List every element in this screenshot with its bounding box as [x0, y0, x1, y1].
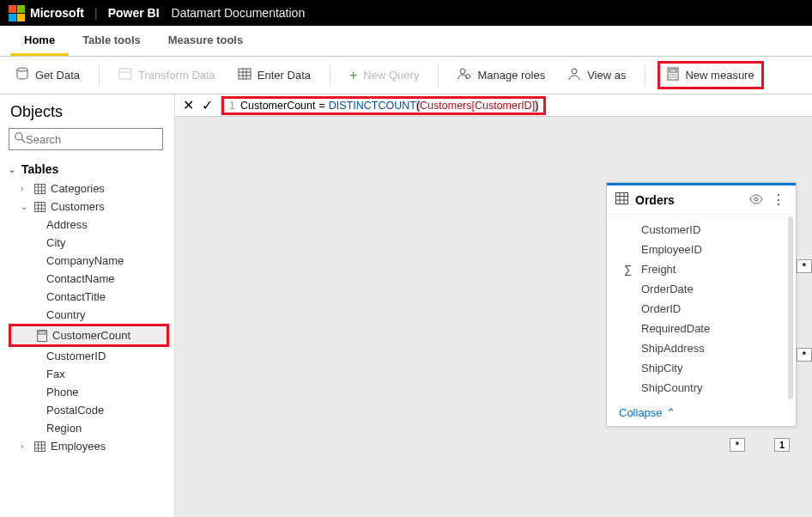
new-query-button: + New Query	[342, 64, 426, 88]
svg-rect-38	[616, 192, 628, 204]
search-input[interactable]	[26, 133, 157, 146]
svg-point-16	[670, 76, 672, 78]
chevron-right-icon: ›	[21, 184, 29, 193]
svg-point-19	[15, 133, 22, 140]
table-name: Customers	[51, 200, 105, 213]
column-companyname[interactable]: CompanyName	[9, 252, 169, 270]
column-fax[interactable]: Fax	[9, 365, 169, 383]
card-title: Orders	[635, 193, 742, 207]
table-icon	[34, 184, 45, 194]
document-title: Datamart Documentation	[172, 6, 306, 20]
transform-icon	[118, 67, 132, 83]
svg-rect-21	[35, 184, 45, 193]
tab-home[interactable]: Home	[10, 26, 69, 56]
field-requireddate[interactable]: RequiredDate	[607, 319, 796, 338]
field-freight[interactable]: Freight	[607, 259, 796, 279]
column-country[interactable]: Country	[9, 306, 169, 324]
search-box[interactable]	[9, 128, 163, 150]
table-customers[interactable]: ⌄ Customers	[9, 198, 169, 216]
search-icon	[15, 131, 26, 147]
relation-one-marker: 1	[774, 438, 790, 452]
column-postalcode[interactable]: PostalCode	[9, 401, 169, 419]
table-icon	[34, 202, 45, 212]
enter-data-label: Enter Data	[258, 69, 311, 82]
view-as-button[interactable]: View as	[561, 63, 633, 88]
microsoft-logo-icon	[9, 5, 25, 21]
plus-icon: +	[349, 68, 357, 83]
collapse-button[interactable]: Collapse ⌃	[607, 401, 796, 426]
enter-data-button[interactable]: Enter Data	[231, 63, 318, 88]
svg-point-15	[676, 74, 677, 76]
formula-actions: ✕ ✓	[175, 94, 221, 116]
relation-many-marker: *	[730, 438, 745, 452]
app-header: Microsoft | Power BI Datamart Documentat…	[0, 0, 812, 26]
svg-point-10	[572, 69, 577, 74]
orders-table-card[interactable]: Orders ⋮ CustomerID EmployeeID Freight O…	[606, 182, 797, 427]
tab-table-tools[interactable]: Table tools	[69, 26, 155, 56]
svg-rect-32	[39, 331, 45, 334]
table-employees[interactable]: › Employees	[9, 437, 169, 455]
field-shipaddress[interactable]: ShipAddress	[607, 338, 796, 358]
column-phone[interactable]: Phone	[9, 383, 169, 401]
transform-data-label: Transform Data	[138, 69, 215, 82]
measure-label: CustomerCount	[52, 329, 130, 342]
chevron-up-icon: ⌃	[666, 406, 676, 419]
formula-close-paren: )	[535, 100, 538, 112]
calculator-icon	[37, 330, 47, 342]
svg-rect-33	[35, 441, 45, 451]
more-options-icon[interactable]: ⋮	[770, 192, 787, 208]
svg-rect-12	[670, 70, 676, 72]
formula-content: 1 CustomerCount = DISTINCTCOUNT ( Custom…	[221, 96, 546, 115]
field-customerid[interactable]: CustomerID	[607, 220, 796, 240]
app-name-label: Power BI	[108, 6, 160, 20]
field-shipcity[interactable]: ShipCity	[607, 358, 796, 378]
svg-point-0	[17, 68, 27, 71]
brand-label: Microsoft	[30, 6, 84, 20]
svg-point-18	[676, 76, 677, 78]
manage-roles-button[interactable]: Manage roles	[451, 63, 552, 88]
objects-sidebar: Objects ⌄ Tables › Categories ⌄ Customer…	[0, 94, 175, 517]
visibility-icon[interactable]	[749, 192, 763, 208]
card-scrollbar[interactable]	[788, 216, 793, 399]
formula-input[interactable]: 1 CustomerCount = DISTINCTCOUNT ( Custom…	[221, 94, 812, 116]
calculator-icon	[667, 67, 679, 83]
relation-many-marker: *	[797, 348, 812, 362]
measure-customercount[interactable]: CustomerCount	[9, 324, 169, 347]
get-data-button[interactable]: Get Data	[9, 63, 87, 88]
field-orderid[interactable]: OrderID	[607, 299, 796, 319]
field-employeeid[interactable]: EmployeeID	[607, 240, 796, 259]
formula-measure-name: CustomerCount	[240, 100, 316, 112]
table-name: Categories	[51, 182, 105, 195]
card-fields: CustomerID EmployeeID Freight OrderDate …	[607, 215, 796, 401]
svg-rect-26	[35, 202, 45, 211]
new-measure-button[interactable]: New measure	[657, 61, 763, 89]
transform-data-button: Transform Data	[112, 63, 222, 88]
tables-group[interactable]: ⌄ Tables	[9, 159, 169, 179]
table-name: Employees	[51, 440, 106, 453]
field-orderdate[interactable]: OrderDate	[607, 279, 796, 299]
field-shipcountry[interactable]: ShipCountry	[607, 378, 796, 398]
cancel-formula-icon[interactable]: ✕	[183, 97, 194, 113]
column-address[interactable]: Address	[9, 216, 169, 234]
model-canvas[interactable]: ✕ ✓ 1 CustomerCount = DISTINCTCOUNT ( Cu…	[175, 94, 812, 517]
svg-rect-1	[119, 69, 131, 79]
grid-icon	[238, 67, 251, 83]
table-categories[interactable]: › Categories	[9, 179, 169, 198]
tab-measure-tools[interactable]: Measure tools	[155, 26, 257, 56]
get-data-label: Get Data	[35, 69, 80, 82]
new-measure-label: New measure	[685, 69, 754, 82]
column-city[interactable]: City	[9, 234, 169, 252]
column-customerid[interactable]: CustomerID	[9, 347, 169, 365]
column-contacttitle[interactable]: ContactTitle	[9, 288, 169, 306]
tables-label: Tables	[21, 162, 58, 176]
toolbar-separator	[438, 64, 439, 87]
ribbon-tabs: Home Table tools Measure tools	[0, 26, 812, 57]
column-contactname[interactable]: ContactName	[9, 270, 169, 288]
commit-formula-icon[interactable]: ✓	[202, 97, 213, 113]
svg-point-43	[754, 198, 758, 201]
column-region[interactable]: Region	[9, 419, 169, 437]
collapse-label: Collapse	[619, 406, 663, 419]
chevron-down-icon: ⌄	[21, 202, 29, 211]
toolbar-separator	[330, 64, 330, 87]
person-icon	[567, 67, 581, 83]
